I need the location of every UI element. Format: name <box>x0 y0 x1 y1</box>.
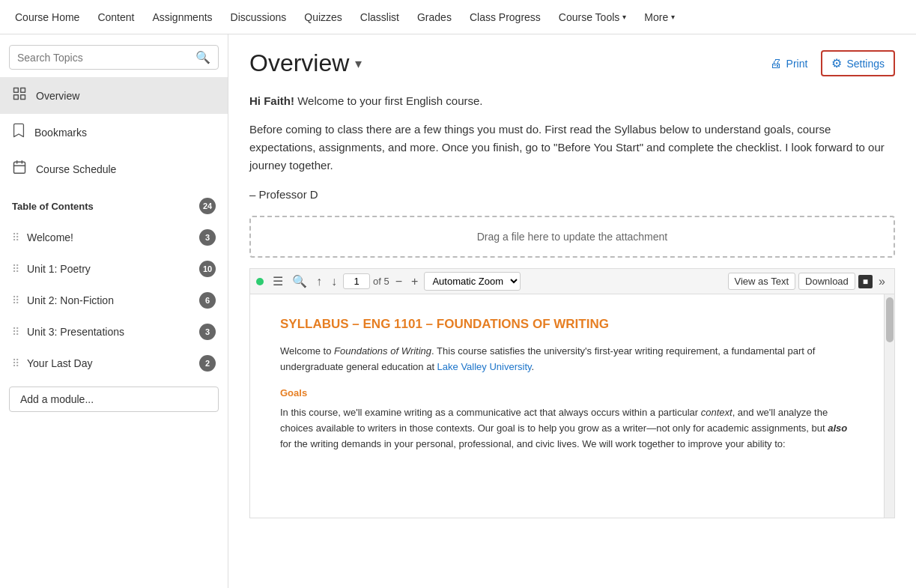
search-icon[interactable]: 🔍 <box>195 50 210 64</box>
pdf-next-page-button[interactable]: ↓ <box>328 273 340 290</box>
pdf-view-as-text-button[interactable]: View as Text <box>728 273 796 290</box>
pdf-zoom-select[interactable]: Automatic Zoom <box>424 272 521 291</box>
nav-grades[interactable]: Grades <box>408 0 461 34</box>
search-box[interactable]: 🔍 <box>9 45 219 70</box>
nav-course-home[interactable]: Course Home <box>6 0 88 34</box>
add-module-button[interactable]: Add a module... <box>9 387 219 412</box>
gear-icon: ⚙ <box>831 56 842 70</box>
svg-rect-1 <box>21 88 25 93</box>
nav-quizzes[interactable]: Quizzes <box>295 0 351 34</box>
drag-icon: ⠿ <box>12 231 19 243</box>
settings-button[interactable]: ⚙ Settings <box>821 50 895 76</box>
sidebar-item-overview[interactable]: Overview <box>0 77 228 114</box>
nav-classlist[interactable]: Classlist <box>351 0 408 34</box>
nav-course-tools[interactable]: Course Tools ▾ <box>550 0 635 34</box>
search-input[interactable] <box>17 52 195 64</box>
module-item-nonfiction[interactable]: ⠿ Unit 2: Non-Fiction 6 <box>0 285 228 316</box>
more-dropdown-arrow: ▾ <box>671 13 675 21</box>
module-badge-last-day: 2 <box>199 355 216 372</box>
welcome-message: Hi Faith! Welcome to your first English … <box>249 92 895 110</box>
pdf-thumbnail-toggle-button[interactable]: ■ <box>858 275 873 288</box>
nav-class-progress[interactable]: Class Progress <box>461 0 550 34</box>
header-actions: 🖨 Print ⚙ Settings <box>762 50 895 76</box>
drag-icon: ⠿ <box>12 357 19 369</box>
drag-icon: ⠿ <box>12 294 19 306</box>
drag-icon: ⠿ <box>12 263 19 275</box>
pdf-expand-button[interactable]: » <box>876 273 888 290</box>
nav-more[interactable]: More ▾ <box>635 0 684 34</box>
pdf-prev-page-button[interactable]: ↑ <box>313 273 325 290</box>
title-dropdown-icon[interactable]: ▾ <box>355 55 362 72</box>
module-item-poetry[interactable]: ⠿ Unit 1: Poetry 10 <box>0 253 228 285</box>
pdf-toolbar: ☰ 🔍 ↑ ↓ of 5 − + Automatic Zoom View as … <box>249 268 895 294</box>
pdf-search-button[interactable]: 🔍 <box>289 273 310 290</box>
nav-content[interactable]: Content <box>88 0 143 34</box>
pdf-sidebar-toggle-button[interactable]: ☰ <box>270 273 286 290</box>
drag-icon: ⠿ <box>12 326 19 338</box>
sidebar-item-bookmarks[interactable]: Bookmarks <box>0 114 228 151</box>
course-tools-dropdown-arrow: ▾ <box>622 13 626 21</box>
svg-rect-0 <box>14 88 19 93</box>
module-item-welcome[interactable]: ⠿ Welcome! 3 <box>0 222 228 253</box>
pdf-scrollbar-thumb[interactable] <box>886 297 894 342</box>
pdf-status-dot <box>256 278 264 285</box>
sidebar-item-course-schedule[interactable]: Course Schedule <box>0 151 228 187</box>
pdf-goals-heading: Goals <box>280 386 849 401</box>
pdf-goals-paragraph: In this course, we'll examine writing as… <box>280 405 849 452</box>
file-drop-zone[interactable]: Drag a file here to update the attachmen… <box>249 216 895 258</box>
nav-assignments[interactable]: Assignments <box>143 0 221 34</box>
module-item-last-day[interactable]: ⠿ Your Last Day 2 <box>0 348 228 379</box>
pdf-download-button[interactable]: Download <box>798 273 855 290</box>
sidebar: 🔍 Overview Bookmarks <box>0 34 228 588</box>
printer-icon: 🖨 <box>770 57 782 70</box>
svg-rect-2 <box>14 95 19 100</box>
pdf-scrollbar[interactable] <box>884 294 894 518</box>
calendar-icon <box>12 160 27 178</box>
print-button[interactable]: 🖨 Print <box>762 52 816 75</box>
pdf-page-total: of 5 <box>373 276 389 287</box>
professor-signature: – Professor D <box>249 188 895 201</box>
toc-count-badge: 24 <box>199 198 216 214</box>
content-header: Overview ▾ 🖨 Print ⚙ Settings <box>249 49 895 77</box>
pdf-document-body: Welcome to Foundations of Writing. This … <box>280 344 864 452</box>
toc-header: Table of Contents 24 <box>0 187 228 222</box>
pdf-content-area: SYLLABUS – ENG 1101 – FOUNDATIONS OF WRI… <box>249 294 895 518</box>
pdf-intro-paragraph: Welcome to Foundations of Writing. This … <box>280 344 849 375</box>
content-area: Overview ▾ 🖨 Print ⚙ Settings Hi Faith! … <box>228 34 916 588</box>
bookmark-icon <box>12 123 25 142</box>
body-paragraph: Before coming to class there are a few t… <box>249 121 895 175</box>
svg-rect-3 <box>21 95 25 100</box>
svg-rect-4 <box>14 162 25 173</box>
module-item-presentations[interactable]: ⠿ Unit 3: Presentations 3 <box>0 316 228 348</box>
pdf-zoom-in-button[interactable]: + <box>408 273 421 290</box>
module-badge-welcome: 3 <box>199 229 216 246</box>
nav-discussions[interactable]: Discussions <box>222 0 296 34</box>
overview-icon <box>12 86 27 105</box>
pdf-zoom-out-button[interactable]: − <box>392 273 405 290</box>
pdf-page-input[interactable] <box>343 273 370 289</box>
top-navigation: Course Home Content Assignments Discussi… <box>0 0 916 34</box>
module-badge-nonfiction: 6 <box>199 292 216 309</box>
module-badge-presentations: 3 <box>199 324 216 340</box>
main-layout: 🔍 Overview Bookmarks <box>0 34 916 588</box>
page-title: Overview ▾ <box>249 49 362 77</box>
module-badge-poetry: 10 <box>199 261 216 277</box>
pdf-document-title: SYLLABUS – ENG 1101 – FOUNDATIONS OF WRI… <box>280 317 864 332</box>
